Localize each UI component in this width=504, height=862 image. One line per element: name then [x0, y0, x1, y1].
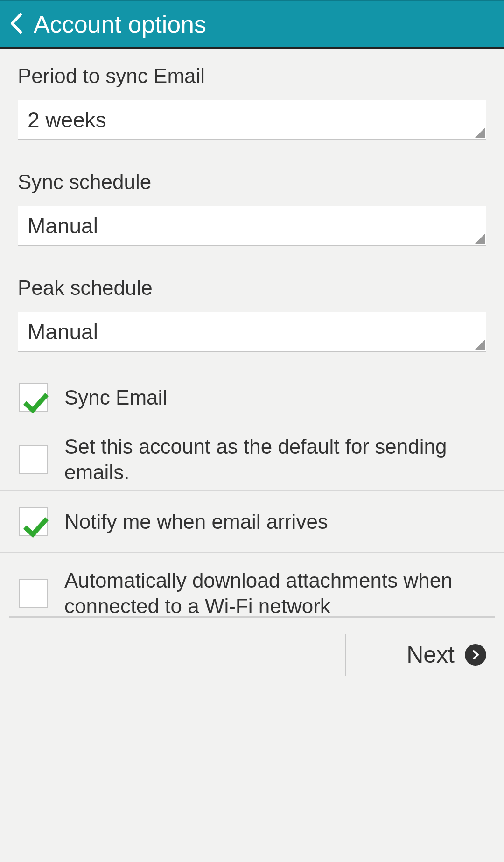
auto-download-checkbox[interactable] [19, 579, 48, 608]
default-account-row[interactable]: Set this account as the default for send… [0, 428, 504, 491]
back-chevron-icon [8, 13, 22, 34]
chevron-right-circle-icon [465, 644, 486, 666]
settings-scroll-area: Period to sync Email 2 weeks Sync schedu… [0, 49, 504, 616]
sync-schedule-dropdown[interactable]: Manual [18, 206, 486, 246]
page-title: Account options [34, 10, 206, 38]
footer: Next [0, 631, 504, 678]
default-account-checkbox[interactable] [19, 445, 48, 474]
sync-email-row[interactable]: Sync Email [0, 366, 504, 428]
peak-schedule-section: Peak schedule Manual [0, 260, 504, 366]
scroll-indicator [9, 616, 495, 618]
dropdown-corner-icon [475, 234, 485, 244]
sync-email-checkbox[interactable] [19, 383, 48, 412]
period-sync-value: 2 weeks [28, 107, 106, 133]
period-sync-section: Period to sync Email 2 weeks [0, 49, 504, 154]
sync-schedule-value: Manual [28, 213, 98, 238]
header: Account options [0, 0, 504, 49]
footer-divider [345, 634, 346, 676]
peak-schedule-dropdown[interactable]: Manual [18, 312, 486, 352]
notify-checkbox[interactable] [19, 507, 48, 536]
next-button-label: Next [406, 641, 455, 668]
peak-schedule-value: Manual [28, 319, 98, 344]
notify-row[interactable]: Notify me when email arrives [0, 491, 504, 553]
dropdown-corner-icon [475, 128, 485, 138]
next-button[interactable]: Next [406, 641, 486, 668]
sync-email-label: Sync Email [64, 385, 167, 410]
sync-schedule-label: Sync schedule [18, 170, 486, 194]
peak-schedule-label: Peak schedule [18, 276, 486, 300]
notify-label: Notify me when email arrives [64, 509, 328, 534]
default-account-label: Set this account as the default for send… [64, 434, 486, 485]
sync-schedule-section: Sync schedule Manual [0, 154, 504, 260]
back-button[interactable] [8, 13, 22, 36]
period-sync-dropdown[interactable]: 2 weeks [18, 100, 486, 140]
auto-download-row[interactable]: Automatically download attachments when … [0, 553, 504, 616]
period-sync-label: Period to sync Email [18, 64, 486, 88]
auto-download-label: Automatically download attachments when … [64, 568, 486, 616]
dropdown-corner-icon [475, 340, 485, 350]
